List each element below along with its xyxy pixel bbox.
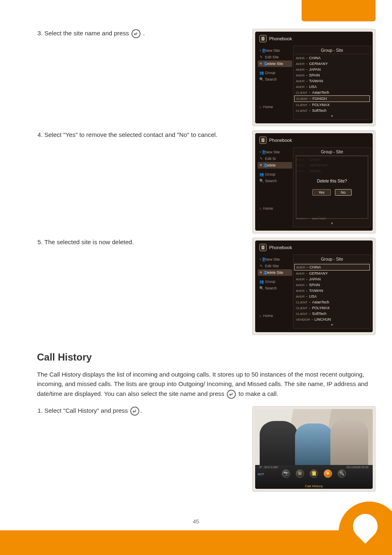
- phonebook-header: Phonebook: [269, 245, 292, 250]
- sidebar-item-group[interactable]: 👥Group: [258, 278, 292, 285]
- sidebar-item-search[interactable]: 🔍Search: [258, 178, 292, 184]
- list-item[interactable]: AVER-SPAIN: [294, 282, 370, 288]
- step-5: The selected site is now deleted.: [44, 238, 245, 247]
- sidebar-item-home[interactable]: ⌂Home: [258, 312, 292, 319]
- list-item[interactable]: CLIENT-AsianTech: [294, 90, 370, 95]
- panel-title: Group - Site: [294, 47, 370, 54]
- sidebar-item-edit-site[interactable]: ✎Edit Site: [258, 54, 292, 60]
- sidebar-item-group[interactable]: 👥Group: [258, 69, 292, 76]
- sidebar-item-new-site[interactable]: +👤New Site: [258, 47, 292, 54]
- sidebar-item-delete-site[interactable]: ✕👤Delete: [258, 162, 292, 169]
- site-list: AVER-CHINAAVER-GERMANYAVER-JAPANAVER-SPA…: [294, 264, 370, 322]
- callhistory-step-1: Select "Call History" and press .: [44, 406, 245, 416]
- phonebook-screenshot-2: Phonebook +👤New Site ✎Edit Si ✕👤Delete 👥…: [252, 130, 376, 234]
- panel-title: Group - Site: [294, 256, 370, 263]
- svg-point-1: [263, 38, 263, 39]
- phonebook-header: Phonebook: [269, 138, 292, 143]
- list-item[interactable]: CLIENT-SoftTech: [294, 311, 370, 317]
- phonebook-icon: [259, 136, 267, 144]
- phonebook-screenshot-3: Phonebook +👤New Site ✎Edit Site ✕👤Delete…: [252, 238, 376, 335]
- step-3-prefix: Select the site name and press: [44, 30, 129, 37]
- enter-icon: [131, 29, 141, 38]
- home-screen-photo: [255, 409, 373, 465]
- sidebar-item-edit-site[interactable]: ✎Edit Si: [258, 155, 292, 162]
- phonebook-icon: [259, 244, 267, 251]
- home-keypad-icon[interactable]: ⊞: [296, 469, 304, 478]
- sidebar-item-home[interactable]: ⌂Home: [258, 205, 292, 212]
- brand-corner-logo: [339, 502, 392, 555]
- status-bar: IP : 00.0.0.000 2011/00/00 00:00: [255, 465, 373, 469]
- list-item[interactable]: CLIENT-POLYMAX: [294, 102, 370, 108]
- sidebar-item-edit-site[interactable]: ✎Edit Site: [258, 263, 292, 269]
- enter-icon: [227, 390, 236, 399]
- list-item[interactable]: AVER-TAIWAN: [294, 78, 370, 84]
- phonebook-sidebar: +👤New Site ✎Edit Site ✕👤Delete Site 👥Gro…: [257, 254, 292, 329]
- home-dial-icon[interactable]: 📷: [282, 469, 290, 478]
- list-item[interactable]: AVER-CHINA: [294, 264, 370, 271]
- step-5-text: The selected site is now deleted.: [44, 238, 134, 245]
- list-item[interactable]: AVER-JAPAN: [294, 67, 370, 72]
- list-item[interactable]: CLIENT-AsianTech: [294, 299, 370, 305]
- page-number: 45: [0, 518, 392, 525]
- home-screen-screenshot: IP : 00.0.0.000 2011/00/00 00:00 AVT 📷 ⊞…: [252, 406, 376, 492]
- footer-orange-band: [0, 530, 392, 555]
- scroll-down-icon[interactable]: ▼: [294, 222, 370, 225]
- site-list: AVER-CHINAAVER-GERMANYAVER-JAPANAVER-SPA…: [294, 55, 370, 113]
- dialog-no-button[interactable]: No: [335, 189, 352, 196]
- list-item[interactable]: AVER-SPAIN: [294, 72, 370, 78]
- scroll-down-icon[interactable]: ▼: [294, 114, 370, 118]
- list-item[interactable]: AVER-TAIWAN: [294, 288, 370, 294]
- enter-icon: [130, 407, 139, 416]
- status-ip: IP : 00.0.0.000: [259, 466, 278, 469]
- step-4-text: Select "Yes" to remove the selected cont…: [44, 131, 217, 138]
- phonebook-screenshot-1: Phonebook +👤New Site ✎Edit Site ✕👤Delete…: [252, 29, 376, 126]
- brand-logo: AVT: [258, 472, 264, 476]
- sidebar-item-delete-site[interactable]: ✕👤Delete Site: [258, 60, 292, 67]
- sidebar-item-search[interactable]: 🔍Search: [258, 285, 292, 291]
- list-item[interactable]: AVER-CHINA: [294, 55, 370, 61]
- sidebar-item-group[interactable]: 👥Group: [258, 171, 292, 178]
- header-orange-tab: [302, 0, 376, 21]
- home-phonebook-icon[interactable]: 📒: [310, 469, 318, 478]
- scroll-down-icon[interactable]: ▼: [294, 323, 370, 327]
- dialog-question: Delete this Site?: [317, 179, 347, 183]
- home-call-history-icon[interactable]: ✦: [324, 469, 332, 478]
- panel-title: Group - Site: [294, 148, 370, 156]
- sidebar-item-new-site[interactable]: +👤New Site: [258, 256, 292, 263]
- call-history-description: The Call History displays the list of in…: [37, 370, 376, 399]
- list-item[interactable]: CLIENT-FOHIGH: [294, 95, 370, 102]
- step-3-suffix: .: [143, 30, 145, 37]
- svg-point-3: [263, 139, 263, 140]
- call-history-heading: Call History: [37, 352, 376, 363]
- list-item[interactable]: AVER-GERMANY: [294, 61, 370, 67]
- delete-dialog: Delete this Site? Yes No: [296, 156, 368, 219]
- sidebar-item-search[interactable]: 🔍Search: [258, 76, 292, 83]
- step-4: Select "Yes" to remove the selected cont…: [44, 130, 245, 140]
- dialog-yes-button[interactable]: Yes: [312, 189, 331, 196]
- list-item[interactable]: VENDOR-LINCHUN: [294, 317, 370, 322]
- phonebook-sidebar: +👤New Site ✎Edit Si ✕👤Delete 👥Group 🔍Sea…: [257, 147, 292, 227]
- step-3: Select the site name and press .: [44, 29, 245, 38]
- home-selected-label: Call History: [255, 484, 373, 488]
- status-datetime: 2011/00/00 00:00: [346, 466, 369, 469]
- list-item[interactable]: CLIENT-POLYMAX: [294, 305, 370, 311]
- sidebar-item-delete-site[interactable]: ✕👤Delete Site: [258, 269, 292, 276]
- phonebook-header: Phonebook: [269, 36, 292, 41]
- phonebook-sidebar: +👤New Site ✎Edit Site ✕👤Delete Site 👥Gro…: [257, 46, 292, 120]
- sidebar-item-new-site[interactable]: +👤New Site: [258, 149, 292, 155]
- sidebar-item-home[interactable]: ⌂Home: [258, 103, 292, 111]
- list-item[interactable]: AVER-GERMANY: [294, 271, 370, 276]
- list-item[interactable]: AVER-JAPAN: [294, 276, 370, 282]
- home-settings-icon[interactable]: 🔧: [338, 469, 346, 478]
- phonebook-icon: [259, 35, 267, 42]
- svg-point-5: [263, 247, 263, 247]
- list-item[interactable]: AVER-USA: [294, 84, 370, 90]
- list-item[interactable]: AVER-USA: [294, 294, 370, 299]
- list-item[interactable]: CLIENT-SoftTech: [294, 108, 370, 113]
